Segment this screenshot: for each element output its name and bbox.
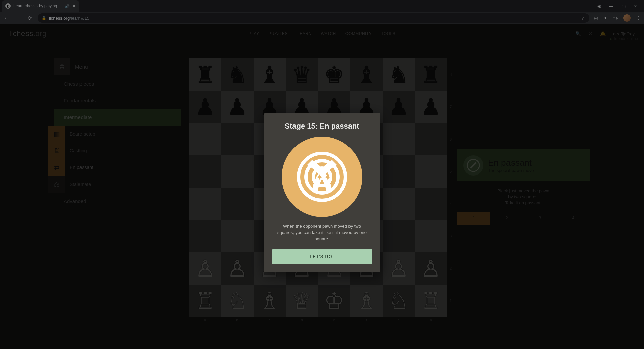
page: lichess.org PLAY PUZZLES LEARN WATCH COM…	[0, 24, 644, 349]
reading-list-icon[interactable]: ≡♪	[613, 15, 618, 21]
extensions-icon[interactable]: ✦	[603, 15, 607, 21]
extension-1-icon[interactable]: ◎	[594, 15, 598, 21]
url-input[interactable]: 🔒 lichess.org/learn#/15 ☆	[38, 13, 589, 23]
close-window-icon[interactable]: ✕	[634, 4, 637, 9]
kebab-menu-icon[interactable]: ⋮	[636, 15, 641, 21]
lock-icon: 🔒	[42, 16, 46, 20]
new-tab-button[interactable]: +	[83, 3, 86, 9]
account-icon[interactable]: ◉	[597, 4, 601, 9]
audio-icon[interactable]: 🔊	[65, 4, 70, 8]
modal-description: When the opponent pawn moved by two squa…	[272, 223, 372, 242]
star-icon[interactable]: ☆	[581, 16, 585, 21]
reload-button[interactable]: ⟳	[26, 15, 33, 21]
url-text: lichess.org/learn#/15	[49, 16, 89, 21]
tab-bar: ◐ Learn chess - by playing! • lic 🔊 ✕ + …	[0, 0, 644, 12]
minimize-icon[interactable]: —	[609, 4, 613, 9]
back-button[interactable]: ←	[3, 15, 10, 21]
stage-modal: Stage 15: En passant ✦ ✦ When the oppone…	[264, 113, 380, 272]
en-passant-icon: ✦ ✦	[282, 137, 362, 217]
svg-text:✦: ✦	[324, 172, 331, 182]
close-tab-icon[interactable]: ✕	[72, 4, 76, 8]
maximize-icon[interactable]: ▢	[622, 4, 626, 9]
lets-go-button[interactable]: LET'S GO!	[272, 249, 372, 264]
window-controls: ◉ — ▢ ✕	[597, 4, 644, 9]
modal-title: Stage 15: En passant	[272, 122, 372, 131]
tab-title: Learn chess - by playing! • lic	[13, 4, 62, 8]
extension-icons: ◎ ✦ ≡♪ ⋮	[594, 14, 641, 22]
svg-text:✦: ✦	[316, 172, 323, 182]
profile-avatar[interactable]	[623, 14, 631, 22]
favicon-icon: ◐	[5, 3, 11, 9]
forward-button[interactable]: →	[15, 15, 21, 21]
browser-tab[interactable]: ◐ Learn chess - by playing! • lic 🔊 ✕	[2, 0, 79, 12]
modal-overlay[interactable]: Stage 15: En passant ✦ ✦ When the oppone…	[0, 24, 644, 349]
address-bar: ← → ⟳ 🔒 lichess.org/learn#/15 ☆ ◎ ✦ ≡♪ ⋮	[0, 12, 644, 24]
browser-chrome: ◐ Learn chess - by playing! • lic 🔊 ✕ + …	[0, 0, 644, 24]
